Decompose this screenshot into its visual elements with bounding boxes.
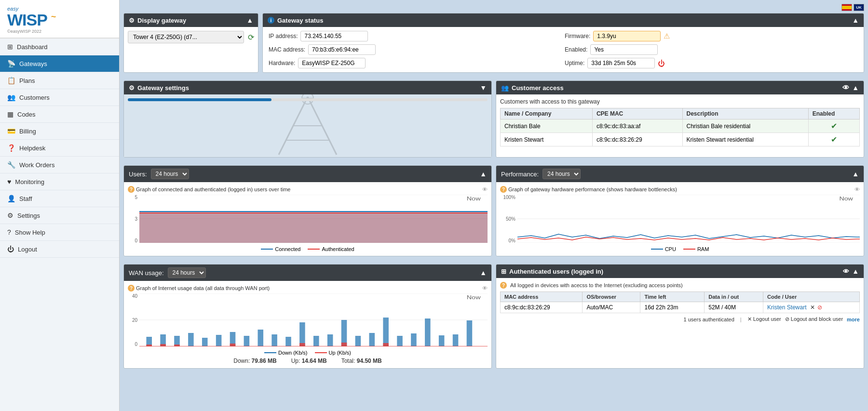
- customer-access-header: 👥 Customer access 👁 ▲: [496, 81, 864, 94]
- users-collapse[interactable]: ▲: [480, 170, 487, 178]
- more-link[interactable]: more: [847, 317, 860, 322]
- legend-up: Up (Kb/s): [315, 350, 351, 356]
- cpu-label: CPU: [665, 246, 676, 252]
- auth-logout-x[interactable]: ✕: [810, 304, 815, 311]
- settings-nav-label: Settings: [17, 212, 40, 219]
- wan-chart-body: ? Graph of Internet usage data (all data…: [124, 281, 491, 368]
- svg-rect-47: [299, 343, 305, 346]
- auth-block-icon[interactable]: ⊘: [817, 304, 822, 311]
- sidebar-item-workorders[interactable]: 🔧Work Orders: [0, 157, 119, 173]
- up-label: Up (Kb/s): [329, 350, 351, 356]
- display-gateway-title: Display gateway: [137, 17, 186, 24]
- sidebar-item-codes[interactable]: ▦Codes: [0, 106, 119, 123]
- customers-nav-label: Customers: [19, 94, 50, 101]
- customer-name: Christian Bale: [501, 119, 593, 133]
- sidebar-item-plans[interactable]: 📋Plans: [0, 72, 119, 89]
- legend-cpu: CPU: [651, 246, 676, 252]
- gateway-settings-title: Gateway settings: [137, 84, 189, 92]
- gateway-settings-header: ⚙ Gateway settings ▼: [124, 81, 491, 94]
- auth-collapse[interactable]: ▲: [852, 267, 859, 275]
- auth-header: ⊞ Authenticated users (logged in) 👁 ▲: [496, 265, 864, 278]
- svg-rect-27: [258, 330, 263, 346]
- logout-user-link[interactable]: ✕ Logout user: [747, 316, 781, 322]
- sidebar-item-showhelp[interactable]: ?Show Help: [0, 224, 119, 241]
- svg-text:Now: Now: [839, 196, 853, 201]
- gateway-settings-collapse[interactable]: ▼: [480, 84, 487, 92]
- wan-time-select[interactable]: 24 hours 12 hours 1 hour: [168, 267, 206, 278]
- svg-text:Now: Now: [467, 196, 481, 201]
- gateway-status-collapse[interactable]: ▲: [852, 16, 859, 24]
- col-os: OS/browser: [583, 292, 640, 302]
- sidebar: easy WISP ~ ©easyWISP 2022 ⊞Dashboard📡Ga…: [0, 0, 120, 411]
- users-time-select[interactable]: 24 hours 12 hours 1 hour: [151, 169, 189, 179]
- flags-bar: UK: [123, 4, 864, 11]
- sidebar-item-dashboard[interactable]: ⊞Dashboard: [0, 39, 119, 55]
- users-hide-icon[interactable]: 👁: [482, 186, 488, 192]
- wan-subtitle: ? Graph of Internet usage data (all data…: [128, 285, 488, 292]
- sidebar-item-billing[interactable]: 💳Billing: [0, 123, 119, 140]
- svg-rect-34: [355, 336, 361, 346]
- dashboard-nav-icon: ⊞: [7, 43, 13, 51]
- svg-rect-48: [341, 343, 347, 346]
- sidebar-item-monitoring[interactable]: ♥Monitoring: [0, 173, 119, 190]
- info-icon: i: [268, 17, 274, 24]
- logo-wisp: WISP ~: [7, 12, 55, 28]
- refresh-icon[interactable]: ⟳: [248, 33, 254, 42]
- users-title: Users:: [129, 171, 147, 178]
- auth-mac: c8:9c:dc:83:26:29: [501, 302, 583, 313]
- perf-hide-icon[interactable]: 👁: [854, 186, 860, 192]
- authenticated-label: Authenticated: [322, 246, 354, 252]
- flag-es[interactable]: [841, 4, 852, 11]
- legend-down: Down (Kb/s): [264, 350, 308, 356]
- customer-desc: Kristen Stewart residential: [682, 133, 808, 146]
- performance-title: Performance:: [501, 171, 539, 178]
- hide-icon[interactable]: 👁: [842, 84, 849, 92]
- svg-rect-22: [188, 333, 194, 346]
- gateway-selector[interactable]: Tower 4 (EZ-250G) (d7...: [128, 31, 244, 43]
- power-icon[interactable]: ⏻: [658, 59, 665, 67]
- billing-nav-label: Billing: [19, 128, 36, 135]
- gateway-status-title: Gateway status: [277, 17, 323, 24]
- sidebar-item-logout[interactable]: ⏻Logout: [0, 241, 119, 258]
- enabled-label: Enabled:: [565, 46, 587, 53]
- auth-count: 1 users authenticated: [684, 317, 734, 322]
- customer-mac: c8:9c:dc:83:aa:af: [592, 119, 682, 133]
- auth-panel-icon: ⊞: [501, 268, 506, 275]
- performance-header: Performance: 24 hours 12 hours 1 hour ▲: [496, 166, 864, 182]
- legend-connected: Connected: [261, 246, 300, 252]
- display-gateway-collapse[interactable]: ▲: [246, 16, 253, 24]
- sidebar-item-customers[interactable]: 👥Customers: [0, 89, 119, 106]
- connected-label: Connected: [275, 246, 300, 252]
- staff-nav-label: Staff: [19, 195, 32, 202]
- auth-info-icon: ?: [500, 282, 507, 289]
- down-color: [264, 352, 276, 353]
- sidebar-item-helpdesk[interactable]: ❓Helpdesk: [0, 140, 119, 157]
- auth-user-link[interactable]: Kristen Stewart: [767, 304, 806, 311]
- down-label: Down (Kb/s): [278, 350, 308, 356]
- logout-block-link[interactable]: ⊘ Logout and block user: [785, 316, 843, 322]
- dashboard-nav-label: Dashboard: [17, 43, 48, 51]
- gateway-settings-body: [124, 94, 491, 157]
- uptime-value: 33d 18h 25m 50s: [587, 58, 655, 68]
- performance-collapse[interactable]: ▲: [852, 170, 859, 178]
- mac-value: 70:b3:d5:e6:94:ee: [308, 44, 376, 55]
- wan-collapse[interactable]: ▲: [480, 269, 487, 277]
- ip-label: IP address:: [269, 33, 298, 40]
- uptime-label: Uptime:: [565, 60, 584, 66]
- wan-hide-icon[interactable]: 👁: [482, 285, 488, 291]
- svg-rect-36: [383, 318, 389, 346]
- perf-chart-container: Now: [517, 195, 860, 244]
- customer-access-collapse[interactable]: ▲: [852, 84, 859, 92]
- flag-en[interactable]: UK: [854, 4, 864, 11]
- performance-time-select[interactable]: 24 hours 12 hours 1 hour: [542, 169, 581, 179]
- enabled-row: Enabled: Yes: [565, 44, 858, 55]
- auth-hide-icon[interactable]: 👁: [843, 268, 849, 275]
- auth-row: c8:9c:dc:83:26:29 Auto/MAC 16d 22h 23m 5…: [501, 302, 860, 313]
- mac-row: MAC address: 70:b3:d5:e6:94:ee: [269, 44, 562, 55]
- sidebar-item-settings[interactable]: ⚙Settings: [0, 207, 119, 224]
- mac-label: MAC address:: [269, 46, 305, 53]
- gateways-nav-icon: 📡: [7, 60, 15, 67]
- svg-rect-37: [397, 336, 403, 346]
- sidebar-item-staff[interactable]: 👤Staff: [0, 190, 119, 207]
- sidebar-item-gateways[interactable]: 📡Gateways: [0, 55, 119, 72]
